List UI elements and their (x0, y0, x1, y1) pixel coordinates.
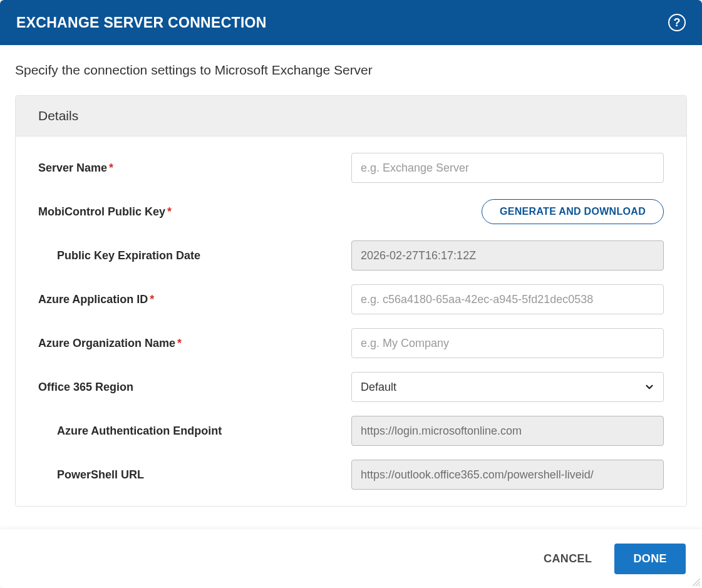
azure-auth-endpoint-field (351, 416, 664, 446)
panel-title: Details (16, 96, 686, 137)
exchange-connection-dialog: EXCHANGE SERVER CONNECTION ? Specify the… (0, 0, 702, 588)
done-button[interactable]: DONE (614, 544, 686, 574)
public-key-row: MobiControl Public Key* GENERATE AND DOW… (38, 197, 664, 227)
label-text: Server Name (38, 162, 107, 174)
resize-grip-icon[interactable] (692, 578, 701, 587)
help-button[interactable]: ? (668, 14, 686, 31)
public-key-label: MobiControl Public Key* (38, 205, 351, 219)
dialog-footer: CANCEL DONE (0, 529, 702, 588)
server-name-field (351, 153, 664, 183)
help-icon: ? (674, 16, 681, 29)
public-key-field: GENERATE AND DOWNLOAD (351, 199, 664, 224)
label-text: Azure Application ID (38, 293, 148, 306)
azure-app-id-row: Azure Application ID* (38, 284, 664, 314)
panel-body: Server Name* MobiControl Public Key* GEN… (16, 137, 686, 506)
azure-org-name-field (351, 328, 664, 358)
office365-region-select[interactable]: Default (351, 372, 664, 402)
required-marker: * (109, 162, 113, 174)
cancel-button[interactable]: CANCEL (544, 552, 592, 565)
svg-line-2 (699, 585, 700, 586)
required-marker: * (150, 293, 154, 306)
office365-region-label: Office 365 Region (38, 381, 351, 394)
label-text: MobiControl Public Key (38, 205, 165, 218)
public-key-expiration-label: Public Key Expiration Date (38, 249, 351, 262)
details-panel: Details Server Name* MobiControl Public … (15, 95, 687, 507)
required-marker: * (177, 337, 182, 349)
powershell-url-input (351, 460, 664, 490)
dialog-content: Specify the connection settings to Micro… (0, 45, 702, 529)
azure-auth-endpoint-label: Azure Authentication Endpoint (38, 425, 351, 438)
azure-app-id-label: Azure Application ID* (38, 293, 351, 306)
server-name-input[interactable] (351, 153, 664, 183)
dialog-title: EXCHANGE SERVER CONNECTION (16, 14, 267, 31)
azure-org-name-input[interactable] (351, 328, 664, 358)
dialog-subtitle: Specify the connection settings to Micro… (15, 63, 687, 78)
office365-region-field: Default (351, 372, 664, 402)
public-key-expiration-input (351, 240, 664, 271)
azure-app-id-input[interactable] (351, 284, 664, 314)
public-key-expiration-field (351, 240, 664, 271)
office365-region-row: Office 365 Region Default (38, 372, 664, 402)
required-marker: * (167, 205, 172, 218)
powershell-url-row: PowerShell URL (38, 460, 664, 490)
generate-download-button[interactable]: GENERATE AND DOWNLOAD (482, 199, 664, 224)
server-name-label: Server Name* (38, 162, 351, 175)
azure-org-name-label: Azure Organization Name* (38, 337, 351, 350)
office365-region-select-wrap: Default (351, 372, 664, 402)
public-key-expiration-row: Public Key Expiration Date (38, 240, 664, 271)
azure-app-id-field (351, 284, 664, 314)
dialog-header: EXCHANGE SERVER CONNECTION ? (0, 0, 702, 45)
azure-org-name-row: Azure Organization Name* (38, 328, 664, 358)
label-text: Azure Organization Name (38, 337, 175, 349)
azure-auth-endpoint-row: Azure Authentication Endpoint (38, 416, 664, 446)
powershell-url-field (351, 460, 664, 490)
azure-auth-endpoint-input (351, 416, 664, 446)
server-name-row: Server Name* (38, 153, 664, 183)
powershell-url-label: PowerShell URL (38, 468, 351, 482)
